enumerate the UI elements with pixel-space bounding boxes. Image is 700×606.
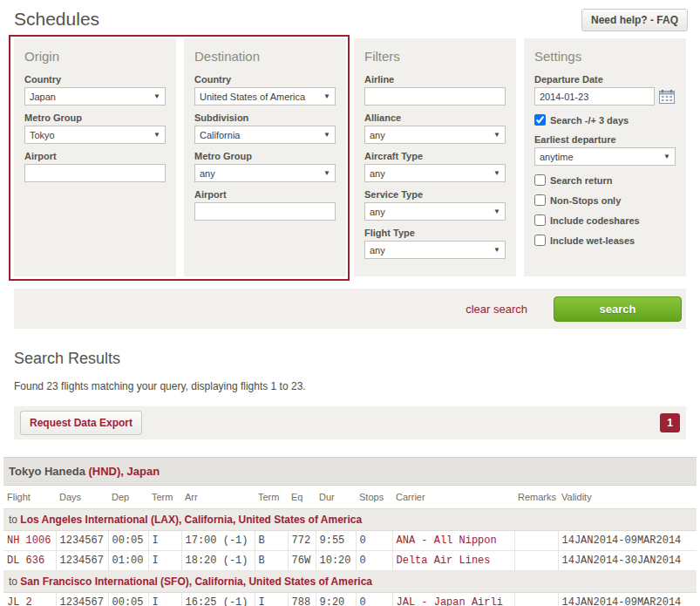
cell-dur: 9:55 — [316, 531, 356, 551]
page-number-badge[interactable]: 1 — [660, 413, 680, 432]
earliest-departure-select[interactable]: anytime ▼ — [534, 147, 676, 166]
results-body: to Los Angeles International (LAX), Cali… — [3, 509, 697, 606]
origin-header-row: Tokyo Haneda (HND), Japan — [3, 458, 697, 486]
search-return-label: Search return — [550, 175, 613, 186]
cell-remarks — [514, 531, 558, 551]
chevron-down-icon: ▼ — [153, 132, 160, 139]
cell-dep: 01:00 — [108, 551, 148, 571]
destination-group-header: to San Francisco International (SFO), Ca… — [3, 571, 697, 593]
export-bar: Request Data Export 1 — [14, 406, 686, 439]
column-header-row: Flight Days Dep Term Arr Term Eq Dur Sto… — [3, 486, 697, 509]
include-wet-leases-row: Include wet-leases — [534, 235, 676, 246]
col-stops: Stops — [356, 486, 392, 509]
include-codeshares-row: Include codeshares — [534, 214, 676, 226]
filters-panel: Filters Airline Alliance any ▼ Aircraft … — [354, 38, 516, 276]
non-stops-label: Non-Stops only — [550, 195, 621, 206]
destination-group-header: to Los Angeles International (LAX), Cali… — [3, 509, 697, 531]
cell-arr: 17:00 (-1) — [181, 531, 255, 551]
results-table: Tokyo Haneda (HND), Japan Flight Days De… — [3, 457, 697, 606]
destination-country-select[interactable]: United States of America ▼ — [194, 87, 336, 106]
cell-arr: 16:25 (-1) — [181, 593, 255, 606]
cell-eq: 788 — [288, 593, 316, 606]
destination-subdivision-select[interactable]: California ▼ — [194, 126, 336, 144]
earliest-departure-label: Earliest departure — [534, 134, 676, 145]
cell-term-dep: I — [148, 531, 181, 551]
search-return-checkbox[interactable] — [534, 174, 546, 186]
chevron-down-icon: ▼ — [663, 153, 670, 160]
origin-header: Tokyo Haneda (HND), Japan — [3, 458, 697, 486]
destination-airport-input[interactable] — [194, 202, 336, 221]
alliance-select[interactable]: any ▼ — [364, 126, 506, 144]
origin-metro-label: Metro Group — [24, 112, 166, 123]
non-stops-checkbox[interactable] — [534, 194, 546, 206]
departure-date-input[interactable] — [534, 87, 655, 106]
origin-airport-input[interactable] — [24, 164, 166, 182]
cell-term-dep: I — [148, 551, 181, 571]
origin-name: Tokyo Haneda — [9, 465, 89, 478]
origin-metro-value: Tokyo — [30, 130, 55, 140]
col-arr: Arr — [181, 486, 255, 509]
flight-row: JL 2123456700:05I16:25 (-1)I7889:200JAL … — [3, 593, 697, 606]
cell-stops: 0 — [356, 593, 392, 606]
cell-flight: JL 2 — [3, 593, 56, 606]
search-range-checkbox[interactable] — [534, 114, 546, 126]
cell-term-arr: I — [255, 593, 288, 606]
col-flight: Flight — [3, 486, 56, 509]
cell-term-arr: B — [255, 531, 288, 551]
destination-metro-label: Metro Group — [194, 151, 336, 161]
cell-arr: 18:20 (-1) — [181, 551, 255, 571]
cell-carrier: Delta Air Lines — [392, 551, 514, 571]
departure-date-label: Departure Date — [534, 74, 676, 85]
search-button[interactable]: search — [554, 296, 682, 322]
cell-validity: 14JAN2014-30JAN2014 — [558, 551, 697, 571]
search-results-title: Search Results — [14, 350, 686, 368]
chevron-down-icon: ▼ — [323, 93, 330, 100]
aircraft-type-label: Aircraft Type — [364, 151, 506, 161]
to-prefix: to — [9, 514, 20, 526]
origin-country-label: Country — [24, 74, 166, 85]
service-type-select[interactable]: any ▼ — [364, 202, 506, 221]
destination-panel-title: Destination — [194, 49, 336, 64]
destination-airport-label: Airport — [194, 189, 336, 200]
cell-flight: DL 636 — [3, 551, 56, 571]
chevron-down-icon: ▼ — [493, 247, 500, 254]
airline-input[interactable] — [364, 87, 506, 106]
filters-panel-title: Filters — [364, 49, 506, 64]
chevron-down-icon: ▼ — [493, 132, 500, 139]
col-dur: Dur — [316, 486, 356, 509]
col-remarks: Remarks — [514, 486, 558, 509]
cell-validity: 14JAN2014-09MAR2014 — [558, 531, 697, 551]
clear-search-link[interactable]: clear search — [466, 303, 527, 316]
cell-eq: 772 — [288, 531, 316, 551]
include-wet-leases-checkbox[interactable] — [534, 235, 546, 246]
cell-remarks — [514, 551, 558, 571]
help-faq-button[interactable]: Need help? - FAQ — [581, 9, 688, 31]
destination-country-label: Country — [194, 74, 336, 85]
alliance-label: Alliance — [364, 112, 506, 123]
calendar-icon[interactable] — [659, 90, 675, 104]
cell-term-arr: B — [255, 551, 288, 571]
destination-subdivision-label: Subdivision — [194, 112, 336, 123]
include-codeshares-checkbox[interactable] — [534, 214, 546, 226]
destination-panel: Destination Country United States of Ame… — [184, 38, 346, 276]
cell-days: 1234567 — [56, 551, 108, 571]
destination-subdivision-value: California — [200, 130, 240, 140]
aircraft-type-select[interactable]: any ▼ — [364, 164, 506, 182]
airline-label: Airline — [364, 74, 506, 85]
origin-country-select[interactable]: Japan ▼ — [24, 87, 166, 106]
chevron-down-icon: ▼ — [493, 170, 500, 177]
col-dep: Dep — [108, 486, 148, 509]
request-data-export-button[interactable]: Request Data Export — [20, 411, 142, 435]
cell-carrier: JAL - Japan Airli — [392, 593, 514, 606]
destination-group-row: to San Francisco International (SFO), Ca… — [3, 571, 697, 593]
flight-row: NH 1006123456700:05I17:00 (-1)B7729:550A… — [3, 531, 697, 551]
cell-eq: 76W — [288, 551, 316, 571]
origin-metro-select[interactable]: Tokyo ▼ — [24, 126, 166, 144]
service-type-value: any — [370, 207, 385, 217]
flight-type-select[interactable]: any ▼ — [364, 241, 506, 259]
top-bar: Schedules Need help? - FAQ — [0, 0, 700, 37]
alliance-value: any — [370, 130, 385, 140]
cell-days: 1234567 — [56, 531, 108, 551]
destination-metro-select[interactable]: any ▼ — [194, 164, 336, 182]
search-range-label: Search -/+ 3 days — [550, 115, 629, 126]
